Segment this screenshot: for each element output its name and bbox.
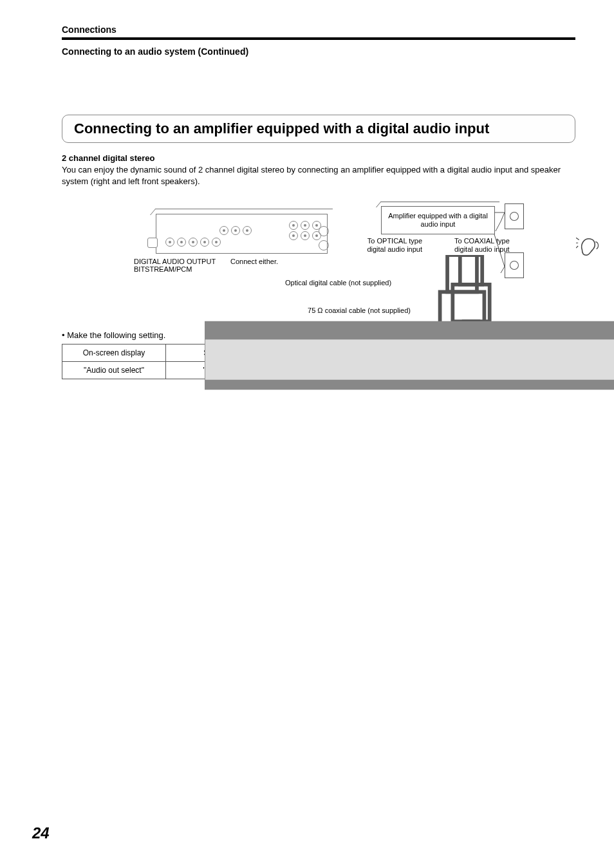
- unit-label-line2: BITSTREAM/PCM: [134, 265, 192, 274]
- page-number: 24: [32, 824, 50, 842]
- breadcrumb: Connections: [62, 24, 575, 35]
- divider-thick: [62, 37, 575, 40]
- connection-diagram: DIGITAL AUDIO OUTPUT BITSTREAM/PCM Conne…: [115, 196, 614, 321]
- rca-jack-icon: [319, 240, 329, 250]
- table-cell: "Audio out select": [62, 362, 166, 379]
- optical-input-label: To OPTICAL type digital audio input: [363, 237, 422, 254]
- heading-box: Connecting to an amplifier equipped with…: [62, 115, 575, 143]
- main-heading: Connecting to an amplifier equipped with…: [74, 120, 563, 137]
- unit-back-panel: [156, 214, 328, 254]
- coax-cable-arrow: [205, 297, 614, 422]
- rca-jack-icon: [319, 226, 329, 236]
- power-socket-icon: [147, 238, 158, 248]
- section-subtitle: Connecting to an audio system (Continued…: [62, 46, 575, 57]
- table-header: On-screen display: [62, 344, 166, 362]
- body-paragraph: You can enjoy the dynamic sound of 2 cha…: [62, 164, 575, 187]
- subsection-head: 2 channel digital stereo: [62, 153, 575, 163]
- amplifier-box: Amplifier equipped with a digital audio …: [381, 206, 495, 234]
- amplifier-label: Amplifier equipped with a digital audio …: [382, 212, 494, 229]
